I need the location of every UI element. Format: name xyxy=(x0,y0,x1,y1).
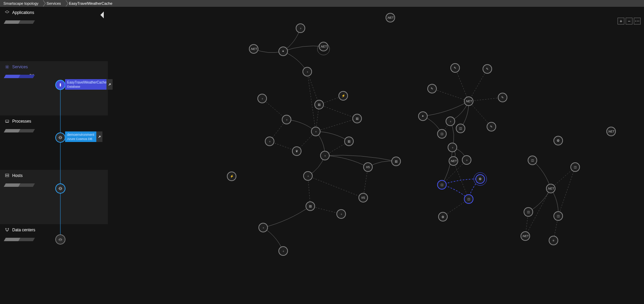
svg-text:▥: ▥ xyxy=(318,103,321,106)
svg-text:◫: ◫ xyxy=(441,132,444,136)
svg-text:.NET: .NET xyxy=(547,187,554,190)
layer-hosts[interactable]: Hosts xyxy=(0,170,108,224)
svg-text:◍: ◍ xyxy=(442,215,444,218)
svg-point-11 xyxy=(59,187,62,190)
zoom-controls: + − ⋯ xyxy=(618,18,641,24)
svg-text:.NET: .NET xyxy=(450,159,457,163)
datacenters-icon xyxy=(5,228,9,232)
svg-text:▥: ▥ xyxy=(309,204,312,208)
svg-point-1 xyxy=(6,66,8,68)
svg-text:IIS: IIS xyxy=(361,196,365,199)
svg-text:⬨: ⬨ xyxy=(452,146,453,149)
svg-text:⬨: ⬨ xyxy=(450,120,451,123)
svg-text:≡: ≡ xyxy=(552,239,554,242)
svg-text:◫: ◫ xyxy=(441,183,444,186)
zoom-in-button[interactable]: + xyxy=(618,18,624,24)
zoom-more-button[interactable]: ⋯ xyxy=(634,18,641,24)
collapse-icon[interactable] xyxy=(100,12,104,18)
svg-point-12 xyxy=(59,188,62,189)
chip-service[interactable]: EasyTravelWeatherCacheDatabase xyxy=(65,79,113,90)
svg-text:IIS: IIS xyxy=(366,165,370,169)
layer-rail: Applications Services 34 Processes Hosts… xyxy=(0,7,108,304)
svg-text:.NET: .NET xyxy=(522,234,529,238)
svg-rect-2 xyxy=(5,120,9,122)
svg-text:.NET: .NET xyxy=(387,16,394,19)
svg-text:▥: ▥ xyxy=(395,160,398,163)
breadcrumb: Smartscape topology Services EasyTravelW… xyxy=(0,0,644,7)
svg-point-5 xyxy=(5,228,6,229)
svg-text:⚡: ⚡ xyxy=(230,174,234,178)
svg-point-9 xyxy=(59,136,62,139)
svg-text:⬨: ⬨ xyxy=(466,158,468,162)
svg-text:✦: ✦ xyxy=(422,114,424,118)
hosts-icon xyxy=(5,173,9,178)
svg-text:◫: ◫ xyxy=(574,165,577,169)
svg-text:✎: ✎ xyxy=(431,87,433,90)
services-icon xyxy=(5,65,9,69)
svg-text:.NET: .NET xyxy=(320,45,327,48)
svg-text:✎: ✎ xyxy=(501,96,504,99)
open-process-button[interactable] xyxy=(96,131,102,142)
zoom-out-button[interactable]: − xyxy=(626,18,632,24)
svg-text:⬨: ⬨ xyxy=(324,154,326,157)
svg-text:❂: ❂ xyxy=(557,139,560,142)
svg-text:✎: ✎ xyxy=(454,66,456,70)
crumb-services[interactable]: Services xyxy=(43,0,65,7)
svg-text:◫: ◫ xyxy=(467,197,470,201)
path-node-process[interactable] xyxy=(55,132,65,143)
applications-icon xyxy=(5,10,9,15)
path-node-datacenter[interactable] xyxy=(55,234,65,245)
svg-rect-3 xyxy=(5,174,9,175)
layer-datacenters[interactable]: Data centers xyxy=(0,224,108,279)
svg-text:✦: ✦ xyxy=(282,50,285,53)
topology-canvas[interactable]: ⬨✦.NET.NET⬨⬨▥⚡⬨⬨▥⬨♛⬨▥IIS⬨IIS▥⬨⬨⬨⚡▥.NET✎✎… xyxy=(108,7,644,304)
svg-text:⬨: ⬨ xyxy=(315,130,317,133)
processes-icon xyxy=(5,119,9,124)
svg-text:◫: ◫ xyxy=(557,214,560,218)
svg-point-10 xyxy=(59,137,62,138)
svg-point-6 xyxy=(8,228,9,229)
svg-text:❂: ❂ xyxy=(479,177,482,181)
svg-text:⬨: ⬨ xyxy=(282,249,284,253)
svg-text:.NET: .NET xyxy=(465,100,472,103)
svg-text:✎: ✎ xyxy=(490,125,493,128)
svg-marker-0 xyxy=(5,11,9,13)
path-node-host[interactable] xyxy=(55,183,65,194)
crumb-smartscape[interactable]: Smartscape topology xyxy=(0,0,43,7)
layer-processes[interactable]: Processes xyxy=(0,115,108,170)
svg-text:◫: ◫ xyxy=(527,210,530,214)
svg-text:◫: ◫ xyxy=(459,127,462,130)
chip-process[interactable]: demoenvironmentAzure Cosmos DB xyxy=(65,131,102,142)
svg-rect-4 xyxy=(5,176,9,177)
svg-text:⚡: ⚡ xyxy=(341,94,346,98)
svg-text:⬨: ⬨ xyxy=(261,97,263,100)
svg-text:⬨: ⬨ xyxy=(307,174,309,178)
svg-text:◫: ◫ xyxy=(531,159,534,162)
svg-text:⬨: ⬨ xyxy=(286,118,288,121)
svg-text:♛: ♛ xyxy=(295,149,298,153)
path-node-service[interactable] xyxy=(55,80,65,90)
svg-text:⬨: ⬨ xyxy=(262,226,264,229)
svg-text:⬨: ⬨ xyxy=(307,70,308,73)
svg-text:⬨: ⬨ xyxy=(300,26,301,30)
svg-text:▥: ▥ xyxy=(348,140,351,143)
svg-text:.NET: .NET xyxy=(608,130,615,133)
layer-applications[interactable]: Applications xyxy=(0,7,108,61)
svg-text:⬨: ⬨ xyxy=(340,212,342,216)
svg-text:✎: ✎ xyxy=(486,67,489,71)
svg-text:.NET: .NET xyxy=(250,47,257,51)
svg-text:⬨: ⬨ xyxy=(269,140,271,143)
crumb-current: EasyTravelWeatherCache xyxy=(66,0,117,7)
svg-text:▥: ▥ xyxy=(356,117,359,120)
